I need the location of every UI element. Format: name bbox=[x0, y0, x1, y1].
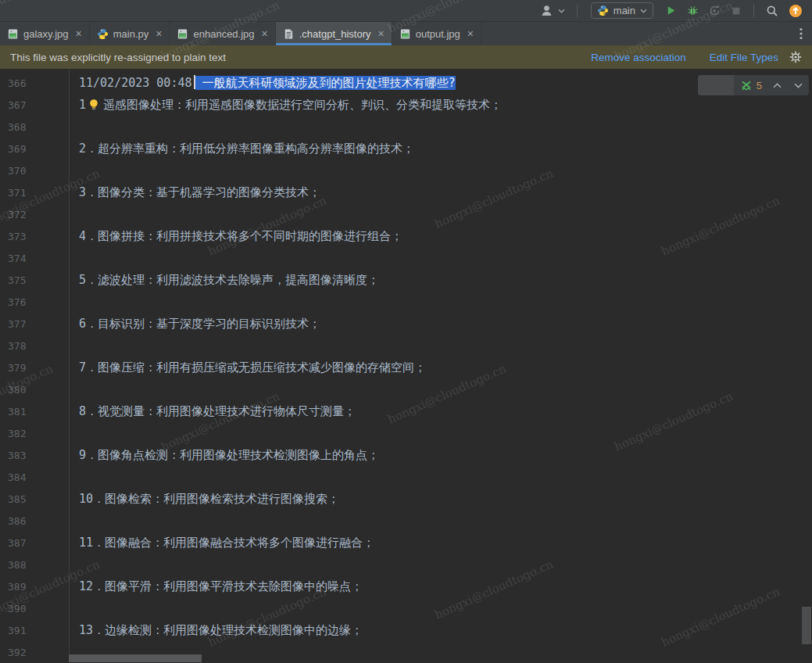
editor-line[interactable]: 3734．图像拼接：利用拼接技术将多个不同时期的图像进行组合； bbox=[0, 225, 812, 247]
editor-line[interactable]: 36611/02/2023 00:48 一般航天科研领域涉及到的图片处理技术有哪… bbox=[0, 72, 812, 94]
editor-line[interactable]: 3671遥感图像处理：利用遥感图像数据进行空间分析、判识、分类和提取等技术； bbox=[0, 94, 812, 116]
editor-line[interactable]: 370 bbox=[0, 159, 812, 181]
code-text: 6．目标识别：基于深度学习的目标识别技术； bbox=[79, 317, 320, 331]
tabs-more-button[interactable] bbox=[790, 22, 812, 45]
line-number: 371 bbox=[0, 181, 69, 203]
stop-icon bbox=[731, 5, 742, 16]
close-icon[interactable]: × bbox=[378, 28, 385, 39]
editor-line[interactable]: 3692．超分辨率重构：利用低分辨率图像重构高分辨率图像的技术； bbox=[0, 138, 812, 159]
line-content: 13．边缘检测：利用图像处理技术检测图像中的边缘； bbox=[69, 623, 363, 638]
next-match-button[interactable] bbox=[788, 83, 809, 88]
editor-line[interactable]: 384 bbox=[0, 466, 812, 488]
tab-main-py[interactable]: main.py× bbox=[90, 22, 170, 45]
image-file-icon bbox=[177, 28, 188, 40]
toolbar-separator bbox=[753, 4, 754, 17]
code-text: 9．图像角点检测：利用图像处理技术检测图像上的角点； bbox=[79, 448, 379, 462]
close-icon[interactable]: × bbox=[467, 28, 474, 39]
code-text: 13．边缘检测：利用图像处理技术检测图像中的边缘； bbox=[79, 623, 363, 637]
editor-line[interactable]: 388 bbox=[0, 554, 812, 575]
edit-file-types-link[interactable]: Edit File Types bbox=[710, 52, 778, 63]
image-file-icon bbox=[399, 28, 411, 40]
line-content: 5．滤波处理：利用滤波技术去除噪声，提高图像清晰度； bbox=[69, 273, 379, 288]
editor-line[interactable]: 39113．边缘检测：利用图像处理技术检测图像中的边缘； bbox=[0, 619, 812, 641]
editor-line[interactable]: 380 bbox=[0, 378, 812, 400]
update-icon bbox=[789, 4, 803, 18]
close-icon[interactable]: × bbox=[156, 28, 162, 39]
line-number: 389 bbox=[0, 575, 69, 597]
line-number: 392 bbox=[0, 641, 69, 662]
code-text: 4．图像拼接：利用拼接技术将多个不同时期的图像进行组合； bbox=[79, 229, 402, 243]
line-number: 377 bbox=[0, 313, 69, 335]
image-file-icon bbox=[7, 28, 19, 40]
tab-galaxy-jpg[interactable]: galaxy.jpg× bbox=[0, 22, 90, 45]
editor-line[interactable]: 368 bbox=[0, 116, 812, 138]
editor-line[interactable]: 3839．图像角点检测：利用图像处理技术检测图像上的角点； bbox=[0, 444, 812, 466]
editor-line[interactable]: 3818．视觉测量：利用图像处理技术进行物体尺寸测量； bbox=[0, 400, 812, 422]
editor-line[interactable]: 372 bbox=[0, 203, 812, 225]
editor-line[interactable]: 38711．图像融合：利用图像融合技术将多个图像进行融合； bbox=[0, 532, 812, 554]
debug-button[interactable] bbox=[685, 4, 700, 17]
line-content: 6．目标识别：基于深度学习的目标识别技术； bbox=[69, 317, 320, 332]
line-number: 381 bbox=[0, 400, 69, 422]
line-content: 3．图像分类：基于机器学习的图像分类技术； bbox=[69, 185, 320, 200]
close-icon[interactable]: × bbox=[76, 28, 82, 39]
line-number: 367 bbox=[0, 94, 69, 116]
search-icon bbox=[766, 5, 778, 17]
profile-icon bbox=[709, 5, 721, 16]
line-number: 376 bbox=[0, 291, 69, 313]
chevron-up-icon bbox=[773, 83, 782, 88]
editor-line[interactable]: 378 bbox=[0, 335, 812, 357]
line-number: 366 bbox=[0, 72, 69, 94]
tab-label: output.jpg bbox=[416, 28, 460, 40]
editor-line[interactable]: 3797．图像压缩：利用有损压缩或无损压缩技术减少图像的存储空间； bbox=[0, 357, 812, 378]
line-content: 8．视觉测量：利用图像处理技术进行物体尺寸测量； bbox=[69, 404, 356, 419]
code-text: 2．超分辨率重构：利用低分辨率图像重构高分辨率图像的技术； bbox=[79, 142, 414, 156]
main-toolbar: main bbox=[0, 0, 812, 22]
run-config-selector[interactable]: main bbox=[591, 2, 653, 19]
banner-settings-button[interactable] bbox=[789, 51, 802, 63]
stop-button[interactable] bbox=[729, 5, 743, 17]
editor-line[interactable]: 3713．图像分类：基于机器学习的图像分类技术； bbox=[0, 181, 812, 203]
match-count: 5 bbox=[754, 80, 767, 91]
editor-pane[interactable]: 36611/02/2023 00:48 一般航天科研领域涉及到的图片处理技术有哪… bbox=[0, 69, 812, 662]
code-text: 遥感图像处理：利用遥感图像数据进行空间分析、判识、分类和提取等技术； bbox=[103, 98, 502, 112]
code-text: 7．图像压缩：利用有损压缩或无损压缩技术减少图像的存储空间； bbox=[79, 360, 426, 375]
chevron-down-icon bbox=[794, 83, 803, 88]
profile-button[interactable] bbox=[707, 4, 722, 17]
editor-line[interactable]: 390 bbox=[0, 597, 812, 619]
editor-line[interactable]: 376 bbox=[0, 291, 812, 313]
editor-line[interactable]: 382 bbox=[0, 422, 812, 444]
tab-label: main.py bbox=[113, 28, 149, 40]
matches-widget-panel bbox=[698, 75, 734, 95]
editor-line[interactable]: 3776．目标识别：基于深度学习的目标识别技术； bbox=[0, 313, 812, 335]
tab-chatgpt_history[interactable]: .chatgpt_history× bbox=[276, 22, 392, 45]
line-number: 386 bbox=[0, 510, 69, 532]
text-file-icon bbox=[283, 28, 295, 40]
ide-update-button[interactable] bbox=[787, 3, 804, 19]
line-number: 380 bbox=[0, 378, 69, 400]
remove-association-link[interactable]: Remove association bbox=[591, 52, 686, 63]
editor-line[interactable]: 3755．滤波处理：利用滤波技术去除噪声，提高图像清晰度； bbox=[0, 269, 812, 291]
line-number: 369 bbox=[0, 138, 69, 159]
tab-output-jpg[interactable]: output.jpg× bbox=[392, 22, 481, 45]
gutter-separator bbox=[69, 69, 70, 662]
code-text: 10．图像检索：利用图像检索技术进行图像搜索； bbox=[79, 492, 339, 506]
editor-line[interactable]: 374 bbox=[0, 247, 812, 269]
kebab-menu-icon bbox=[799, 27, 803, 40]
search-everywhere-button[interactable] bbox=[764, 4, 780, 18]
matches-icon bbox=[734, 79, 754, 91]
intention-bulb-icon[interactable] bbox=[88, 99, 99, 111]
run-button[interactable] bbox=[664, 4, 678, 17]
editor-line[interactable]: 386 bbox=[0, 510, 812, 532]
editor-line[interactable]: 38510．图像检索：利用图像检索技术进行图像搜索； bbox=[0, 488, 812, 510]
line-number: 378 bbox=[0, 335, 69, 357]
close-icon[interactable]: × bbox=[262, 28, 268, 39]
toolbar-separator bbox=[577, 4, 578, 17]
tab-enhanced-jpg[interactable]: enhanced.jpg× bbox=[170, 22, 275, 45]
line-number: 372 bbox=[0, 203, 69, 225]
code-text: 11．图像融合：利用图像融合技术将多个图像进行融合； bbox=[79, 536, 374, 550]
editor-line[interactable]: 38912．图像平滑：利用图像平滑技术去除图像中的噪点； bbox=[0, 575, 812, 597]
user-menu-button[interactable] bbox=[538, 3, 567, 18]
previous-match-button[interactable] bbox=[767, 83, 788, 88]
scrollbar-thumb[interactable] bbox=[802, 607, 811, 644]
